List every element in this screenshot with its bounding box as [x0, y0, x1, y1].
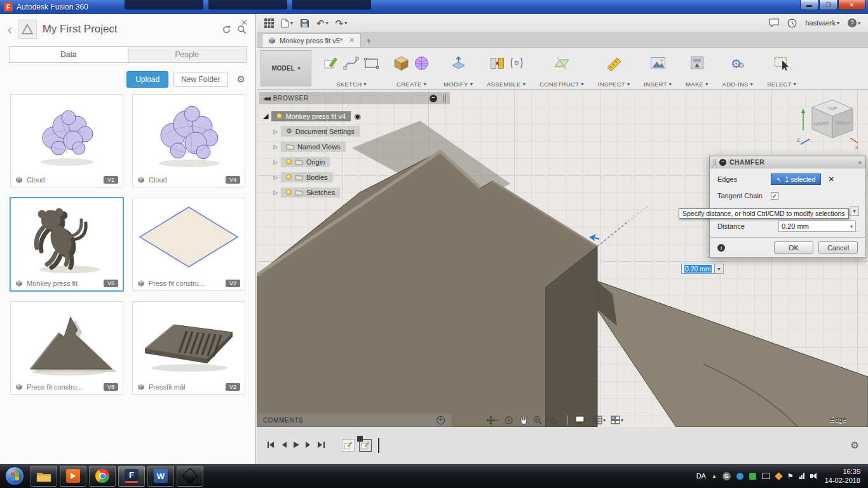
create-sketch-button[interactable]	[323, 55, 339, 72]
tab-data[interactable]: Data	[10, 47, 128, 62]
step-back-button[interactable]	[281, 441, 287, 451]
tray-icon-update[interactable]: G	[722, 472, 731, 480]
app-menu-grid-icon[interactable]	[264, 18, 274, 28]
tray-icon-network-app[interactable]	[736, 473, 743, 480]
expand-triangle-icon[interactable]: ◢	[263, 112, 268, 120]
play-button[interactable]	[293, 441, 299, 451]
maximize-button[interactable]: ❐	[819, 0, 837, 10]
distance-dropdown-caret[interactable]: ▾	[850, 224, 853, 229]
timeline-settings-gear-icon[interactable]: ⚙	[851, 440, 859, 451]
inline-dropdown-caret[interactable]: ▾	[715, 264, 724, 274]
step-forward-button[interactable]	[305, 441, 311, 451]
refresh-icon[interactable]	[222, 25, 231, 34]
ribbon-menu-construct[interactable]: CONSTRUCT▾	[539, 79, 584, 89]
info-icon[interactable]: i	[717, 244, 725, 252]
ribbon-menu-modify[interactable]: MODIFY▾	[444, 79, 473, 89]
rectangle-tool-button[interactable]	[363, 55, 379, 72]
cancel-button[interactable]: Cancel	[818, 241, 858, 254]
redo-button[interactable]: ↷▾	[336, 18, 348, 28]
edges-selection-button[interactable]: ↖ 1 selected	[771, 173, 821, 185]
language-indicator[interactable]: DA	[696, 472, 706, 480]
close-button[interactable]: ✕	[838, 0, 865, 10]
new-document-tab-button[interactable]: +	[361, 34, 376, 47]
pan-button[interactable]: ▾	[484, 414, 501, 426]
timeline-playhead[interactable]	[378, 438, 379, 453]
zoom-window-button[interactable]: ▾	[546, 414, 562, 426]
joint-button[interactable]	[489, 55, 505, 73]
comment-bubble-icon[interactable]	[769, 18, 779, 27]
panel-settings-gear-icon[interactable]: ⚙	[237, 74, 245, 85]
background-window-tab[interactable]	[125, 0, 203, 10]
spline-tool-button[interactable]	[343, 55, 359, 72]
viewports-button[interactable]: ▾	[609, 414, 625, 426]
insert-image-button[interactable]	[650, 56, 666, 72]
tab-people[interactable]: People	[128, 47, 247, 62]
type-dropdown-caret[interactable]: ▾	[850, 207, 859, 216]
tangent-chain-checkbox[interactable]: ✓	[771, 192, 778, 200]
tray-icon-action-center[interactable]: ⚑	[787, 472, 794, 480]
viewcube-top-label[interactable]: TOP	[827, 105, 837, 111]
ribbon-menu-addins[interactable]: ADD-INS▾	[722, 79, 754, 89]
browser-row-named-views[interactable]: ▷ Named Views	[259, 139, 450, 154]
activate-component-icon[interactable]: ◉	[354, 112, 360, 121]
tray-icon-display[interactable]	[762, 473, 770, 479]
file-menu-button[interactable]: ▾	[281, 18, 293, 28]
ribbon-menu-create[interactable]: CREATE▾	[397, 79, 426, 89]
browser-row-document-settings[interactable]: ▷ ⚙ Document Settings	[259, 124, 450, 139]
help-menu[interactable]: ? ▾	[848, 18, 860, 27]
project-card-pressfit-maal[interactable]: Pressfit mål V2	[132, 301, 245, 395]
ribbon-menu-make[interactable]: MAKE▾	[686, 79, 708, 89]
taskbar-explorer[interactable]	[31, 466, 57, 487]
collapsed-triangle-icon[interactable]: ▷	[273, 144, 278, 150]
measure-button[interactable]	[606, 55, 622, 73]
expand-comments-icon[interactable]: +	[437, 416, 445, 424]
collapse-arrows-icon[interactable]: ◀◀	[263, 95, 269, 102]
taskbar-word[interactable]: W	[147, 466, 174, 487]
zoom-button[interactable]	[531, 414, 545, 426]
data-panel-close-icon[interactable]: ✕	[241, 18, 248, 27]
viewport-3d[interactable]: ◀◀ BROWSER − ◢ Monkey press fit v4 ◉ ▷ ⚙…	[257, 90, 868, 427]
taskbar-chrome[interactable]	[89, 466, 116, 487]
network-signal-icon[interactable]	[799, 473, 804, 479]
go-to-end-button[interactable]	[317, 441, 325, 451]
browser-row-origin[interactable]: ▷ Origin	[259, 154, 450, 169]
project-card-cloud-v1[interactable]: Cloud V1	[10, 94, 123, 187]
model-right-slab[interactable]	[597, 281, 868, 427]
collapsed-triangle-icon[interactable]: ▷	[273, 128, 278, 135]
ribbon-menu-insert[interactable]: INSERT▾	[644, 79, 672, 89]
back-chevron-icon[interactable]: ‹	[8, 23, 12, 36]
construct-plane-button[interactable]	[553, 55, 570, 73]
orbit-button[interactable]	[502, 414, 515, 426]
upload-button[interactable]: Upload	[126, 71, 168, 88]
addins-button[interactable]: ⚙⚙	[731, 58, 745, 70]
visibility-bulb-icon[interactable]	[276, 113, 282, 119]
ribbon-menu-inspect[interactable]: INSPECT▾	[598, 79, 630, 89]
ribbon-menu-assemble[interactable]: ASSEMBLE▾	[487, 79, 526, 89]
comments-bar[interactable]: COMMENTS +	[257, 414, 451, 427]
project-card-monkey-press-fit[interactable]: Monkey press fit V5	[10, 198, 123, 291]
browser-header[interactable]: ◀◀ BROWSER −	[259, 92, 450, 104]
select-tool-button[interactable]	[773, 55, 790, 73]
tray-icon-security[interactable]	[749, 473, 756, 480]
project-card-press-fit-v2[interactable]: Press fit constru... V2	[132, 198, 245, 291]
chamfer-dialog-header[interactable]: − CHAMFER »	[710, 156, 865, 168]
pan-hand-button[interactable]	[517, 414, 530, 426]
collapsed-triangle-icon[interactable]: ▷	[273, 174, 278, 180]
timeline-feature-sketch-2[interactable]	[359, 439, 372, 452]
account-menu[interactable]: hastvaerk ▾	[805, 19, 839, 27]
taskbar-clock[interactable]: 16:35 14-02-2018	[825, 467, 860, 485]
grid-snap-button[interactable]: ▾	[591, 414, 607, 426]
inline-distance-input[interactable]: 0.20 mm ▾	[681, 264, 724, 274]
view-cube[interactable]: TOP FRONT RIGHT X Z	[794, 93, 860, 154]
project-card-press-fit-v8[interactable]: Press fit constru... V8	[10, 301, 123, 395]
browser-root-row[interactable]: ◢ Monkey press fit v4 ◉	[259, 109, 450, 123]
inline-distance-value[interactable]: 0.20 mm	[684, 265, 712, 273]
display-settings-button[interactable]: ▾	[573, 414, 590, 426]
browser-row-bodies[interactable]: ▷ Bodies	[259, 170, 450, 184]
background-window-tab[interactable]	[208, 0, 287, 10]
volume-icon[interactable]	[810, 473, 817, 479]
collapsed-triangle-icon[interactable]: ▷	[273, 189, 278, 196]
taskbar-media-player[interactable]	[60, 466, 86, 487]
create-box-button[interactable]	[393, 55, 409, 73]
tray-icon-java[interactable]	[775, 472, 783, 480]
